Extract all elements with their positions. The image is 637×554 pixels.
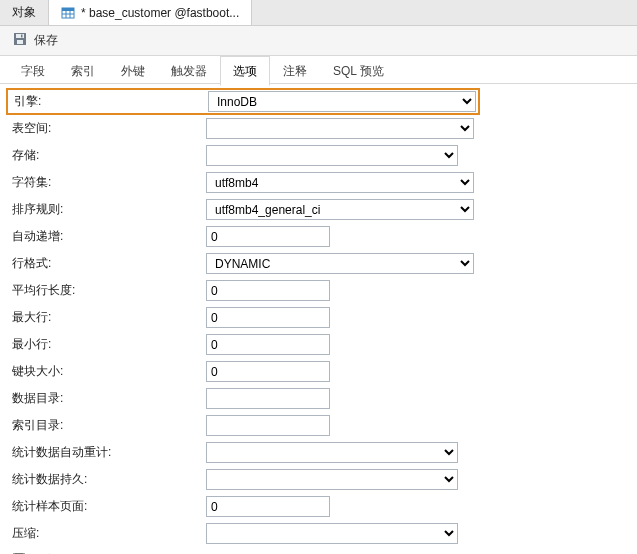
datadir-label: 数据目录: <box>10 390 206 407</box>
tab-object[interactable]: 对象 <box>0 0 49 25</box>
svg-rect-6 <box>16 34 24 38</box>
subtab-indexes[interactable]: 索引 <box>58 56 108 85</box>
subtab-sqlprev[interactable]: SQL 预览 <box>320 56 397 85</box>
toolbar: 保存 <box>0 26 637 56</box>
tablespace-select[interactable] <box>206 118 474 139</box>
svg-rect-7 <box>17 40 23 44</box>
charset-label: 字符集: <box>10 174 206 191</box>
maxrow-input[interactable] <box>206 307 330 328</box>
tab-object-label: 对象 <box>12 4 36 21</box>
avglen-label: 平均行长度: <box>10 282 206 299</box>
engine-row-highlight: 引擎: InnoDB <box>6 88 480 115</box>
options-form: 引擎: InnoDB 表空间: 存储: 字符集: utf8mb4 <box>0 84 637 554</box>
engine-label: 引擎: <box>10 93 208 110</box>
avglen-input[interactable] <box>206 280 330 301</box>
tab-table-label: * base_customer @fastboot... <box>81 6 239 20</box>
rowfmt-select[interactable]: DYNAMIC <box>206 253 474 274</box>
tablespace-label: 表空间: <box>10 120 206 137</box>
minrow-input[interactable] <box>206 334 330 355</box>
subtab-triggers[interactable]: 触发器 <box>158 56 220 85</box>
autoincr-input[interactable] <box>206 226 330 247</box>
autoincr-label: 自动递增: <box>10 228 206 245</box>
keyblk-input[interactable] <box>206 361 330 382</box>
statspersist-select[interactable] <box>206 469 458 490</box>
compression-label: 压缩: <box>10 525 206 542</box>
statspages-label: 统计样本页面: <box>10 498 206 515</box>
subtab-comment[interactable]: 注释 <box>270 56 320 85</box>
subtab-fk[interactable]: 外键 <box>108 56 158 85</box>
keyblk-label: 键块大小: <box>10 363 206 380</box>
engine-select[interactable]: InnoDB <box>208 91 476 112</box>
datadir-input[interactable] <box>206 388 330 409</box>
indexdir-label: 索引目录: <box>10 417 206 434</box>
storage-select[interactable] <box>206 145 458 166</box>
statsauto-select[interactable] <box>206 442 458 463</box>
compression-select[interactable] <box>206 523 458 544</box>
statsauto-label: 统计数据自动重计: <box>10 444 206 461</box>
save-button-label: 保存 <box>34 32 58 49</box>
collation-label: 排序规则: <box>10 201 206 218</box>
storage-label: 存储: <box>10 147 206 164</box>
collation-select[interactable]: utf8mb4_general_ci <box>206 199 474 220</box>
svg-rect-1 <box>62 8 74 11</box>
save-button[interactable]: 保存 <box>8 29 62 52</box>
charset-select[interactable]: utf8mb4 <box>206 172 474 193</box>
rowfmt-label: 行格式: <box>10 255 206 272</box>
minrow-label: 最小行: <box>10 336 206 353</box>
tab-table[interactable]: * base_customer @fastboot... <box>49 0 252 25</box>
window-tabs: 对象 * base_customer @fastboot... <box>0 0 637 26</box>
svg-rect-8 <box>21 35 23 38</box>
maxrow-label: 最大行: <box>10 309 206 326</box>
editor-tabs: 字段 索引 外键 触发器 选项 注释 SQL 预览 <box>0 56 637 84</box>
table-icon <box>61 6 75 20</box>
statspages-input[interactable] <box>206 496 330 517</box>
save-icon <box>12 31 28 50</box>
subtab-fields[interactable]: 字段 <box>8 56 58 85</box>
indexdir-input[interactable] <box>206 415 330 436</box>
statspersist-label: 统计数据持久: <box>10 471 206 488</box>
subtab-options[interactable]: 选项 <box>220 56 270 86</box>
